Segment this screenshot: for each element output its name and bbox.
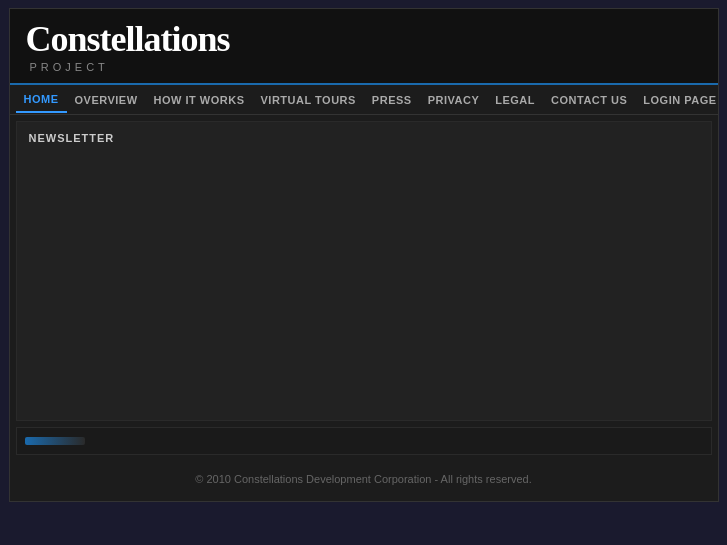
nav-item-privacy[interactable]: PRIVACY: [420, 88, 488, 112]
main-content: NEWSLETTER: [16, 121, 712, 421]
logo: Constellations PROJECT: [26, 21, 702, 75]
site-header: Constellations PROJECT: [10, 9, 718, 85]
footer-bar: [16, 427, 712, 455]
footer-copyright: © 2010 Constellations Development Corpor…: [10, 455, 718, 501]
nav-item-how-it-works[interactable]: HOW IT WORKS: [146, 88, 253, 112]
footer-bar-accent: [25, 437, 85, 445]
logo-subtitle: PROJECT: [30, 61, 109, 73]
nav-item-legal[interactable]: LEGAL: [487, 88, 543, 112]
nav-item-press[interactable]: PRESS: [364, 88, 420, 112]
nav-bar: HOME OVERVIEW HOW IT WORKS VIRTUAL TOURS…: [10, 85, 718, 115]
nav-item-overview[interactable]: OVERVIEW: [67, 88, 146, 112]
newsletter-label: NEWSLETTER: [29, 132, 699, 144]
copyright-text: © 2010 Constellations Development Corpor…: [195, 473, 531, 485]
nav-item-home[interactable]: HOME: [16, 87, 67, 113]
nav-item-contact-us[interactable]: CONTACT US: [543, 88, 635, 112]
main-wrapper: Constellations PROJECT HOME OVERVIEW HOW…: [9, 8, 719, 502]
logo-title: Constellations: [26, 19, 230, 59]
nav-item-virtual-tours[interactable]: VIRTUAL TOURS: [253, 88, 364, 112]
nav-item-login-page[interactable]: LOGIN PAGE: [635, 88, 724, 112]
